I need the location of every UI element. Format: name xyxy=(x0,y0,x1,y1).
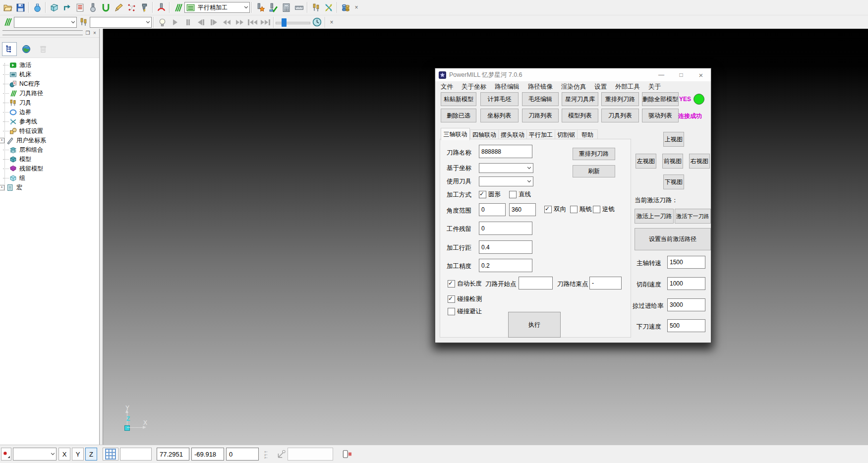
tab-saw[interactable]: 切割锯 xyxy=(555,129,578,140)
activate-next-button[interactable]: 激活下一刀路 xyxy=(675,209,711,224)
go-end-button[interactable] xyxy=(259,17,272,28)
go-start-button[interactable] xyxy=(246,17,259,28)
menu-about[interactable]: 关于 xyxy=(648,83,661,91)
paste-model-button[interactable]: 粘贴新模型 xyxy=(441,92,476,106)
block-icon[interactable] xyxy=(48,1,60,14)
step-back-button[interactable] xyxy=(194,17,207,28)
menu-file[interactable]: 文件 xyxy=(441,83,453,91)
lightbulb-icon[interactable] xyxy=(156,16,169,29)
axis-x-button[interactable]: X xyxy=(58,448,70,461)
coordinate-z-field[interactable]: 0 xyxy=(226,448,259,461)
globe-button[interactable] xyxy=(19,42,34,56)
rewind-button[interactable] xyxy=(220,17,233,28)
checkbox[interactable] xyxy=(479,191,486,198)
restore-panel-icon[interactable]: ❐ xyxy=(84,30,91,36)
toolbar-close-icon[interactable]: × xyxy=(327,18,336,27)
tree-item-workplanes[interactable]: +用户坐标系 xyxy=(0,136,99,145)
tab-help[interactable]: 帮助 xyxy=(577,129,598,140)
calculator-icon[interactable] xyxy=(280,1,292,14)
activate-prev-button[interactable]: 激活上一刀路 xyxy=(635,209,674,224)
cutting-feed-input[interactable] xyxy=(667,277,705,290)
coord-list-button[interactable]: 坐标列表 xyxy=(480,109,519,122)
toolpath-spring-icon[interactable] xyxy=(172,1,184,14)
coord-base-combobox[interactable] xyxy=(479,163,533,173)
menu-coords[interactable]: 关于坐标 xyxy=(462,83,486,91)
clock-icon[interactable] xyxy=(310,16,323,29)
end-point-input[interactable] xyxy=(589,277,622,289)
menu-external-tools[interactable]: 外部工具 xyxy=(615,83,640,91)
grid-button[interactable] xyxy=(103,448,118,461)
delete-selected-button[interactable]: 删除已选 xyxy=(441,109,476,122)
edit-block-button[interactable]: 毛坯编辑 xyxy=(522,92,559,106)
view-left-button[interactable]: 左视图 xyxy=(636,154,656,169)
block-pause-icon[interactable] xyxy=(340,448,353,460)
tab-3axis[interactable]: 三轴联动 xyxy=(441,128,470,140)
speed-slider[interactable] xyxy=(276,18,310,27)
angle-from-input[interactable] xyxy=(479,203,506,216)
checkbox[interactable] xyxy=(448,295,455,303)
menu-path-edit[interactable]: 路径编辑 xyxy=(495,83,520,91)
stepover-input[interactable] xyxy=(479,240,532,254)
view-top-button[interactable]: 上视图 xyxy=(663,132,684,147)
tree-view-button[interactable] xyxy=(2,42,17,56)
tree-item-activate[interactable]: 激活 xyxy=(0,60,99,70)
calc-tool-icon[interactable] xyxy=(254,1,267,14)
bidirectional-checkbox[interactable]: 双向 xyxy=(544,205,566,214)
coordinate-x-field[interactable]: 77.2951 xyxy=(157,448,189,461)
expand-icon[interactable]: + xyxy=(0,138,4,143)
panel-splitter[interactable] xyxy=(100,29,103,445)
angle-to-input[interactable] xyxy=(509,203,536,216)
tool-list-button[interactable]: 刀具列表 xyxy=(601,109,639,122)
close-button[interactable]: × xyxy=(691,68,711,81)
tolerance-input[interactable] xyxy=(479,259,532,272)
strategy-combobox[interactable]: 平行精加工 xyxy=(184,2,250,13)
pause-button[interactable] xyxy=(181,17,194,28)
boolean-flask-icon[interactable] xyxy=(31,1,44,14)
pattern-pencil-icon[interactable] xyxy=(112,1,125,14)
rearrange-button[interactable]: 重排列刀路 xyxy=(573,148,615,160)
execute-button[interactable]: 执行 xyxy=(508,312,561,338)
model-list-button[interactable]: 模型列表 xyxy=(562,109,598,122)
checkbox[interactable] xyxy=(593,206,600,213)
coordinate-y-field[interactable]: -69.918 xyxy=(191,448,224,461)
checkbox[interactable] xyxy=(509,191,517,198)
axis-y-button[interactable]: Y xyxy=(72,448,84,461)
tab-4axis[interactable]: 四轴联动 xyxy=(470,129,499,140)
play-button[interactable] xyxy=(169,17,181,28)
step-forward-button[interactable] xyxy=(207,17,220,28)
grid-size-field[interactable] xyxy=(120,448,152,461)
toolpath-combobox[interactable] xyxy=(14,17,77,28)
toolpath-u-icon[interactable] xyxy=(99,1,112,14)
verify-tool-icon[interactable] xyxy=(267,1,280,14)
transform-swap-icon[interactable] xyxy=(322,1,335,14)
toolpath-list-button[interactable]: 刀路列表 xyxy=(522,109,559,122)
tool-pair-icon[interactable] xyxy=(309,1,322,14)
toolbar-close-icon[interactable]: × xyxy=(352,3,361,12)
undo-arrow-icon[interactable] xyxy=(60,1,73,14)
expand-icon[interactable]: + xyxy=(0,185,4,190)
calc-block-button[interactable]: 计算毛坯 xyxy=(480,92,519,106)
checkbox[interactable] xyxy=(448,308,455,315)
fast-forward-button[interactable] xyxy=(233,17,246,28)
tree-item-groups[interactable]: 组 xyxy=(0,174,99,183)
checkbox[interactable] xyxy=(448,280,455,288)
delete-all-models-button[interactable]: 删除全部模型 xyxy=(642,92,679,106)
view-bottom-button[interactable]: 下视图 xyxy=(663,174,684,189)
tree-item-stock-models[interactable]: 残留模型 xyxy=(0,164,99,174)
tool-holder-icon[interactable] xyxy=(138,1,151,14)
workplane-field[interactable] xyxy=(288,448,333,461)
dialog-titlebar[interactable]: PowerMILL 忆梦星河 7.0.6 — □ × xyxy=(435,68,711,81)
toolpath-spring-icon[interactable] xyxy=(1,16,14,29)
explorer-grip[interactable]: ❐ × xyxy=(0,29,99,38)
skim-feed-input[interactable] xyxy=(667,298,705,311)
rearrange-toolpaths-button[interactable]: 重排列刀路 xyxy=(601,92,639,106)
trash-button[interactable] xyxy=(36,42,51,56)
set-active-path-button[interactable]: 设置当前激活路径 xyxy=(635,228,711,250)
save-icon[interactable] xyxy=(14,1,27,14)
tree-item-patterns[interactable]: 参考线 xyxy=(0,117,99,126)
tool-combobox[interactable] xyxy=(90,17,152,28)
ruler-icon[interactable] xyxy=(292,1,305,14)
open-file-icon[interactable] xyxy=(1,1,14,14)
create-tool-icon[interactable] xyxy=(86,1,99,14)
maximize-button[interactable]: □ xyxy=(671,68,691,81)
